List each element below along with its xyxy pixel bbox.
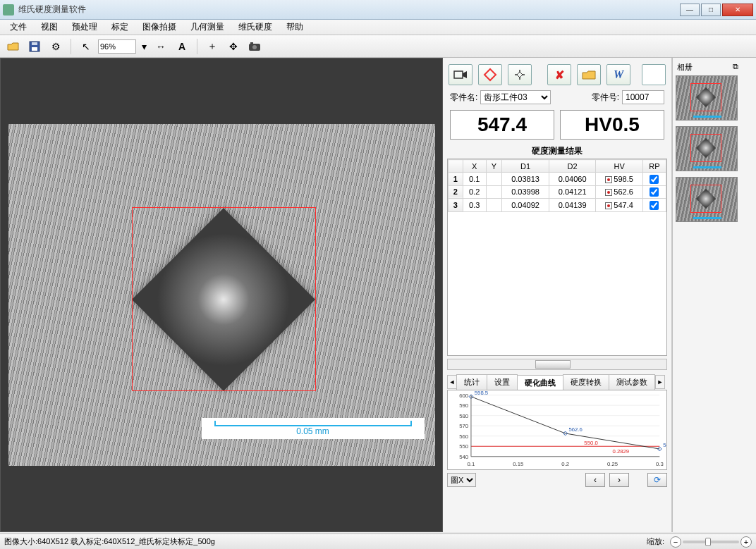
part-no-label: 零件号: [592, 92, 619, 104]
save-button[interactable] [25, 38, 44, 55]
col-header[interactable]: RP [642, 160, 666, 173]
minimize-button[interactable]: — [680, 4, 700, 16]
title-bar: 维氏硬度测量软件 — □ ✕ [0, 0, 756, 20]
image-viewer-pane: 0.05 mm [0, 58, 443, 532]
image-viewport[interactable]: 0.05 mm [8, 124, 435, 466]
menu-视图[interactable]: 视图 [34, 21, 65, 33]
chart-refresh-button[interactable]: ⟳ [647, 473, 667, 487]
album-thumb-1[interactable] [676, 75, 738, 121]
zoom-in-button[interactable]: + [740, 536, 752, 548]
part-name-select[interactable]: 齿形工件03 [480, 90, 551, 104]
zoom-out-button[interactable]: − [670, 536, 681, 548]
roi-rectangle[interactable] [132, 207, 316, 391]
measure-toolbar: ✘ W [446, 62, 669, 87]
album-panel: 相册⧉ [672, 58, 743, 532]
album-thumb-2[interactable] [676, 126, 738, 171]
scale-bar: 0.05 mm [202, 418, 425, 439]
chart-next-button[interactable]: › [609, 473, 629, 487]
table-row[interactable]: 20.20.039980.04121562.6 [449, 185, 666, 199]
settings-button[interactable]: ⚙ [47, 38, 65, 55]
svg-rect-1 [32, 47, 37, 51]
open-button[interactable] [4, 38, 23, 55]
move-tool[interactable]: ✥ [224, 38, 243, 55]
svg-text:0.2: 0.2 [561, 461, 569, 467]
zoom-slider[interactable] [683, 541, 739, 543]
word-export-button[interactable]: W [606, 64, 630, 85]
album-thumb-3[interactable] [676, 177, 738, 222]
video-button[interactable] [449, 64, 472, 85]
horizontal-scrollbar[interactable] [447, 359, 667, 370]
auto-locate-button[interactable] [508, 64, 532, 85]
menu-文件[interactable]: 文件 [3, 21, 34, 33]
tab-4[interactable]: 测试参数 [609, 374, 655, 390]
blank-button[interactable] [642, 64, 666, 85]
svg-text:550: 550 [459, 443, 468, 450]
svg-text:562.6: 562.6 [568, 426, 582, 433]
rp-checkbox[interactable] [650, 175, 659, 184]
svg-rect-2 [32, 42, 37, 45]
hardening-curve-chart: 5405505605705805906000.10.150.20.250.355… [447, 390, 667, 470]
results-table: XYD1D2HVRP 10.10.038130.04060598.520.20.… [448, 159, 666, 212]
pointer-tool[interactable]: ↖ [77, 38, 95, 55]
svg-text:0.1: 0.1 [468, 461, 475, 467]
svg-rect-5 [250, 42, 253, 44]
indent-detect-button[interactable] [478, 64, 502, 85]
svg-rect-6 [454, 71, 463, 78]
tab-0[interactable]: 统计 [456, 374, 487, 390]
menu-几何测量[interactable]: 几何测量 [183, 21, 231, 33]
main-toolbar: ⚙ ↖ ▾ ↔ A ＋ ✥ [0, 35, 756, 58]
svg-text:580: 580 [459, 413, 468, 419]
axis-select[interactable]: 圖X [447, 473, 476, 487]
rp-checkbox[interactable] [650, 187, 659, 197]
col-header[interactable]: X [463, 160, 486, 173]
tab-3[interactable]: 硬度转换 [563, 374, 609, 390]
menu-维氏硬度[interactable]: 维氏硬度 [231, 21, 279, 33]
menu-标定[interactable]: 标定 [104, 21, 135, 33]
svg-text:560: 560 [459, 433, 468, 440]
table-row[interactable]: 10.10.038130.04060598.5 [449, 173, 666, 186]
svg-text:0.25: 0.25 [607, 461, 618, 467]
col-header[interactable]: D2 [549, 160, 596, 173]
measurement-panel: ✘ W 零件名: 齿形工件03 零件号: 547.4 HV0.5 硬度测量结果 … [443, 58, 672, 532]
album-detach-icon[interactable]: ⧉ [733, 62, 738, 73]
svg-text:570: 570 [459, 423, 468, 429]
menu-图像拍摄[interactable]: 图像拍摄 [135, 21, 183, 33]
zoom-select[interactable] [98, 39, 136, 54]
tab-1[interactable]: 设置 [487, 374, 518, 390]
svg-text:0.2829: 0.2829 [612, 448, 629, 455]
svg-point-4 [252, 45, 257, 49]
hardness-value: 547.4 [450, 110, 554, 140]
rp-checkbox[interactable] [650, 201, 659, 210]
menu-帮助[interactable]: 帮助 [279, 21, 310, 33]
close-button[interactable]: ✕ [722, 4, 753, 16]
bottom-tabs: ◄统计设置硬化曲线硬度转换测试参数► [447, 374, 667, 390]
col-header[interactable]: D1 [502, 160, 549, 173]
col-header[interactable]: Y [486, 160, 501, 173]
svg-text:0.15: 0.15 [513, 461, 523, 467]
status-text: 图像大小:640X512 载入标定:640X512_维氏标定块标定_500g [4, 536, 215, 547]
table-row[interactable]: 30.30.040920.04139547.4 [449, 199, 666, 212]
tab-2[interactable]: 硬化曲线 [517, 375, 563, 390]
results-title: 硬度测量结果 [446, 142, 669, 159]
zoom-dropdown[interactable]: ▾ [139, 38, 149, 55]
part-no-input[interactable] [622, 90, 664, 104]
tabs-scroll-right[interactable]: ► [655, 375, 665, 389]
open-folder-button[interactable] [577, 64, 601, 85]
maximize-button[interactable]: □ [701, 4, 721, 16]
svg-text:600: 600 [459, 393, 468, 399]
album-title: 相册 [677, 62, 693, 73]
status-bar: 图像大小:640X512 载入标定:640X512_维氏标定块标定_500g 缩… [0, 533, 756, 549]
chart-prev-button[interactable]: ‹ [585, 473, 605, 487]
camera-button[interactable] [245, 38, 264, 55]
chart-controls: 圖X ‹ › ⟳ [447, 473, 667, 487]
menu-预处理[interactable]: 预处理 [65, 21, 104, 33]
measure-tool[interactable]: ↔ [152, 38, 170, 55]
tabs-scroll-left[interactable]: ◄ [447, 375, 457, 389]
text-tool[interactable]: A [173, 38, 191, 55]
results-table-wrap[interactable]: XYD1D2HVRP 10.10.038130.04060598.520.20.… [447, 159, 667, 356]
crosshair-tool[interactable]: ＋ [203, 38, 221, 55]
delete-button[interactable]: ✘ [547, 64, 571, 85]
col-header[interactable]: HV [596, 160, 642, 173]
svg-text:598.5: 598.5 [475, 390, 488, 396]
col-header[interactable] [449, 160, 463, 173]
